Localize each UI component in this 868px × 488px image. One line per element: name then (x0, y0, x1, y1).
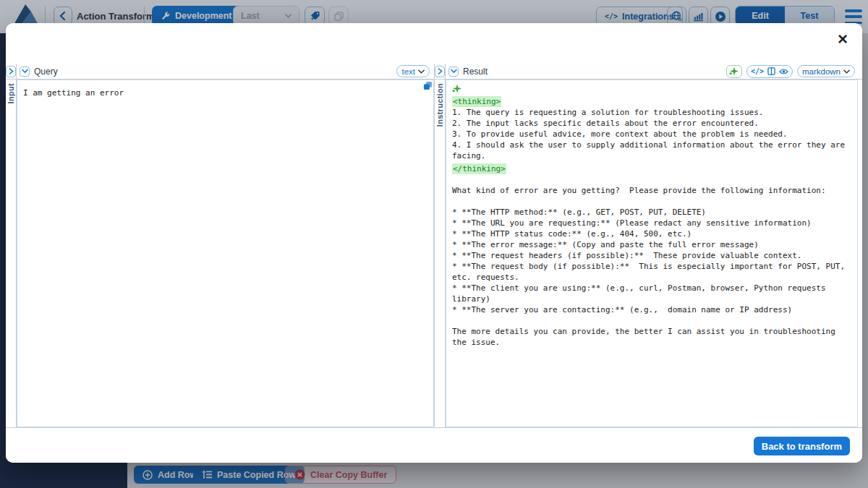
thinking-open-tag: <thinking> (452, 96, 501, 107)
close-button[interactable]: × (838, 30, 848, 48)
result-panel: Result </> (446, 64, 862, 427)
chevron-down-icon (22, 69, 28, 74)
input-strip-body: Input (6, 80, 16, 427)
app-stage: Action Transformer Development Last </> … (0, 0, 868, 488)
sparkle-row (452, 83, 851, 94)
expand-instruction-button[interactable] (435, 66, 445, 77)
copy-icon[interactable] (423, 81, 433, 90)
collapse-result-button[interactable] (448, 67, 459, 77)
chevron-right-icon (9, 68, 14, 74)
result-content: <thinking> 1. The query is requesting a … (446, 80, 857, 427)
result-panel-header: Result </> (446, 64, 862, 80)
panels-row: Input Query text (6, 64, 862, 427)
input-strip-label: Input (7, 83, 15, 103)
chevron-down-icon (843, 69, 850, 74)
result-format-dropdown[interactable]: markdown (797, 65, 855, 77)
result-format-value: markdown (802, 67, 841, 76)
query-editor[interactable]: I am getting an error (17, 80, 434, 427)
query-panel-body: I am getting an error (17, 80, 434, 427)
transform-test-modal: × Input Query (6, 23, 862, 463)
result-panel-title: Result (463, 67, 488, 77)
back-to-transform-button[interactable]: Back to transform (754, 437, 850, 455)
result-panel-body: <thinking> 1. The query is requesting a … (446, 80, 862, 427)
result-viewer[interactable]: <thinking> 1. The query is requesting a … (446, 80, 858, 427)
instruction-collapsed-strip: Instruction (435, 64, 446, 427)
chevron-down-icon (418, 69, 425, 74)
query-type-value: text (401, 67, 415, 76)
expand-input-button[interactable] (6, 66, 16, 77)
query-type-dropdown[interactable]: text (396, 65, 430, 77)
code-view-icon[interactable]: </> (751, 67, 764, 75)
instruction-strip-header (435, 64, 445, 80)
preview-eye-icon[interactable] (779, 68, 788, 75)
instruction-strip-body: Instruction (435, 80, 445, 427)
result-view-toggle-group: </> (746, 65, 793, 78)
query-panel-title: Query (34, 67, 58, 77)
thinking-close-tag: </thinking> (452, 163, 506, 174)
ai-sparkle-icon (729, 67, 739, 76)
input-strip-header (6, 64, 16, 80)
chevron-down-icon (451, 69, 457, 74)
query-text[interactable]: I am getting an error (23, 87, 427, 98)
instruction-strip-label: Instruction (435, 83, 444, 127)
thinking-body: 1. The query is requesting a solution fo… (452, 107, 851, 161)
chevron-right-icon (438, 68, 443, 74)
collapse-query-button[interactable] (20, 67, 30, 77)
query-panel-header: Query text (17, 64, 434, 80)
ai-sparkle-icon (452, 84, 461, 93)
result-answer: What kind of error are you getting? Plea… (452, 185, 851, 348)
query-panel: Query text I am getting an error (17, 64, 435, 427)
modal-footer: Back to transform (6, 427, 862, 463)
input-collapsed-strip: Input (6, 64, 17, 427)
ai-generate-button[interactable] (726, 65, 742, 78)
split-view-icon[interactable] (767, 67, 775, 75)
